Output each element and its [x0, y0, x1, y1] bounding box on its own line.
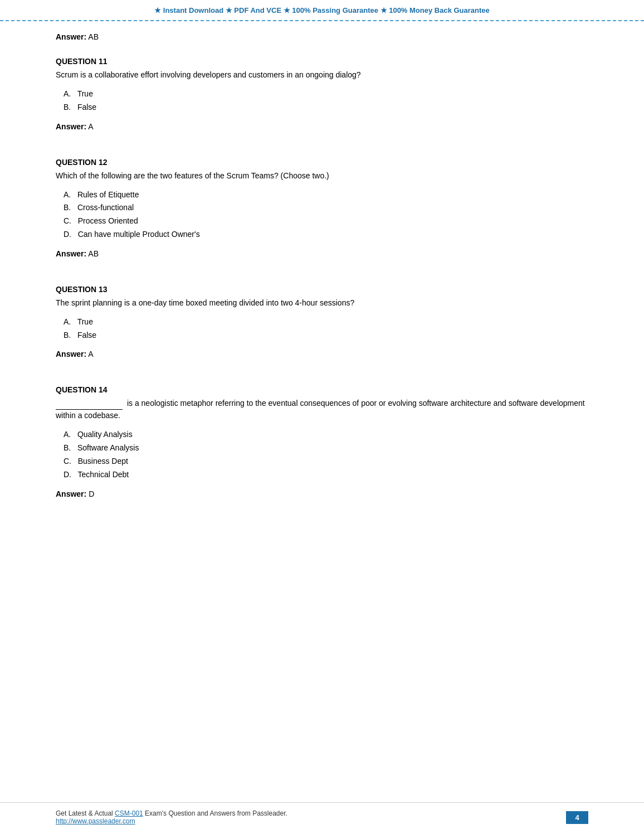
list-item: C. Business Dept [61, 455, 588, 468]
option-letter: B. [64, 203, 71, 212]
option-text: Process Oriented [74, 216, 138, 225]
footer-page-badge: 4 [566, 811, 588, 824]
question-14-answer: Answer: D [56, 489, 588, 498]
list-item: A. True [61, 88, 588, 101]
question-11: QUESTION 11 Scrum is a collaborative eff… [56, 57, 588, 131]
option-letter: A. [64, 190, 71, 199]
footer-csm-link[interactable]: CSM-001 [115, 809, 143, 817]
question-11-options: A. True B. False [56, 88, 588, 114]
footer-url[interactable]: http://www.passleader.com [56, 817, 135, 825]
option-text: Rules of Etiquette [73, 190, 139, 199]
option-text: Technical Debt [74, 470, 129, 479]
answer-value: A [88, 350, 93, 358]
banner-text: ★ Instant Download ★ PDF And VCE ★ 100% … [154, 6, 490, 14]
footer-left: Get Latest & Actual CSM-001 Exam's Quest… [56, 809, 566, 825]
option-letter: B. [64, 331, 71, 340]
option-letter: C. [64, 457, 71, 466]
list-item: C. Process Oriented [61, 215, 588, 228]
question-14-text: is a neologistic metaphor referring to t… [56, 397, 588, 421]
footer-text-before-link: Get Latest & Actual [56, 809, 115, 817]
question-12-options: A. Rules of Etiquette B. Cross-functiona… [56, 188, 588, 241]
option-letter: A. [64, 317, 71, 326]
option-text: False [73, 331, 96, 340]
list-item: A. Rules of Etiquette [61, 188, 588, 202]
footer-text-after-link: Exam's Question and Answers from Passlea… [145, 809, 287, 817]
option-letter: D. [64, 230, 71, 239]
question-14-blank [56, 397, 123, 410]
option-text: Can have multiple Product Owner's [74, 230, 200, 239]
option-letter: B. [64, 443, 71, 452]
option-letter: A. [64, 89, 71, 98]
question-13: QUESTION 13 The sprint planning is a one… [56, 285, 588, 359]
option-letter: B. [64, 103, 71, 111]
intro-answer-value: AB [88, 32, 99, 41]
answer-label: Answer: [56, 489, 86, 498]
list-item: D. Can have multiple Product Owner's [61, 228, 588, 241]
option-text: True [73, 89, 93, 98]
list-item: B. False [61, 101, 588, 114]
answer-value: A [88, 122, 93, 131]
question-13-options: A. True B. False [56, 316, 588, 342]
top-banner: ★ Instant Download ★ PDF And VCE ★ 100% … [0, 0, 644, 21]
list-item: D. Technical Debt [61, 468, 588, 482]
question-11-text: Scrum is a collaborative effort involvin… [56, 69, 588, 81]
answer-label: Answer: [56, 249, 86, 258]
answer-label: Answer: [56, 122, 86, 131]
option-letter: D. [64, 470, 71, 479]
page-wrapper: ★ Instant Download ★ PDF And VCE ★ 100% … [0, 0, 644, 834]
question-14-title: QUESTION 14 [56, 385, 588, 394]
list-item: B. Software Analysis [61, 442, 588, 455]
question-12-answer: Answer: AB [56, 249, 588, 258]
question-14-text-after: is a neologistic metaphor referring to t… [56, 399, 585, 420]
question-11-answer: Answer: A [56, 122, 588, 131]
list-item: A. Quality Analysis [61, 428, 588, 442]
list-item: B. Cross-functional [61, 201, 588, 215]
question-13-text: The sprint planning is a one-day time bo… [56, 297, 588, 309]
question-14: QUESTION 14 is a neologistic metaphor re… [56, 385, 588, 498]
option-letter: C. [64, 216, 71, 225]
option-text: Business Dept [74, 457, 128, 466]
intro-answer-label: Answer: [56, 32, 86, 41]
answer-label: Answer: [56, 350, 86, 358]
intro-answer: Answer: AB [56, 32, 588, 41]
page-footer: Get Latest & Actual CSM-001 Exam's Quest… [0, 802, 644, 834]
question-12-text: Which of the following are the two featu… [56, 170, 588, 182]
option-text: True [73, 317, 93, 326]
option-text: Quality Analysis [73, 430, 133, 439]
option-text: Software Analysis [73, 443, 139, 452]
question-11-title: QUESTION 11 [56, 57, 588, 66]
answer-value: AB [88, 249, 99, 258]
question-12: QUESTION 12 Which of the following are t… [56, 158, 588, 258]
option-letter: A. [64, 430, 71, 439]
list-item: A. True [61, 316, 588, 329]
answer-value: D [89, 489, 94, 498]
question-13-title: QUESTION 13 [56, 285, 588, 294]
option-text: False [73, 103, 96, 111]
list-item: B. False [61, 329, 588, 342]
option-text: Cross-functional [73, 203, 134, 212]
question-12-title: QUESTION 12 [56, 158, 588, 167]
question-14-options: A. Quality Analysis B. Software Analysis… [56, 428, 588, 481]
question-13-answer: Answer: A [56, 350, 588, 358]
main-content: Answer: AB QUESTION 11 Scrum is a collab… [0, 21, 644, 560]
